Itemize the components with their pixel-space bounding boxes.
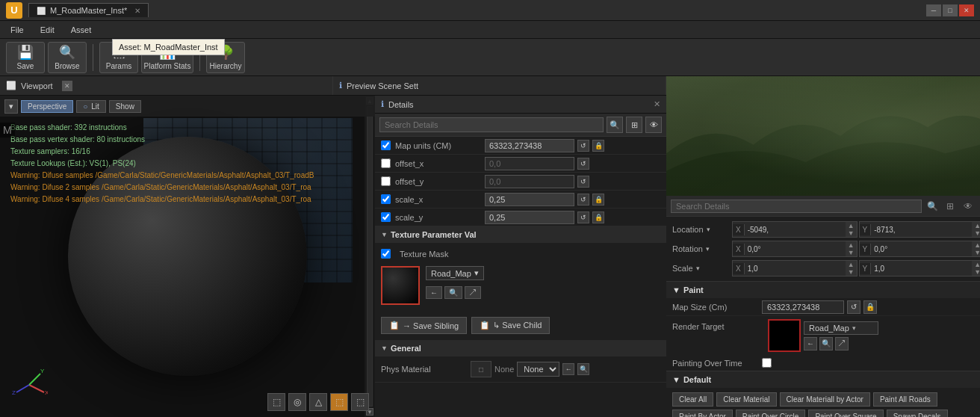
- sc-x-btn[interactable]: ▲▼: [846, 261, 857, 276]
- tab-close-btn[interactable]: ✕: [134, 7, 140, 15]
- paint-by-actor-btn[interactable]: Paint By Actor: [672, 410, 733, 417]
- show-btn[interactable]: Show: [109, 100, 141, 113]
- scale-x-lock-btn[interactable]: 🔒: [592, 194, 604, 206]
- offset-y-input[interactable]: [485, 175, 574, 188]
- rt-open-btn[interactable]: 🡕: [835, 337, 849, 350]
- save-button[interactable]: 💾 Save: [6, 42, 45, 73]
- details-close-btn[interactable]: ✕: [654, 99, 660, 109]
- vp-btn-4[interactable]: ⬚: [330, 393, 348, 411]
- loc-y-btn[interactable]: ▲▼: [972, 222, 980, 237]
- sc-y-btn[interactable]: ▲▼: [972, 261, 980, 276]
- clear-all-btn[interactable]: Clear All: [672, 392, 713, 407]
- phys-material-icon: □: [471, 361, 491, 377]
- browse-button[interactable]: 🔍 Browse: [48, 42, 87, 73]
- viewport-tab-close[interactable]: ✕: [62, 81, 72, 91]
- rt-find-btn[interactable]: 🔍: [819, 337, 833, 350]
- spawn-decals-btn[interactable]: Spawn Decals: [887, 410, 948, 417]
- general-section-header[interactable]: ▼ General: [375, 340, 666, 356]
- paint-map-size-lock-btn[interactable]: 🔒: [863, 300, 877, 314]
- warning-2: Warning: Difuse 2 samples /Game/Carla/St…: [10, 182, 314, 194]
- vp-btn-5[interactable]: ⬚: [351, 393, 369, 411]
- render-target-label: Render Target: [672, 319, 762, 331]
- offset-x-reset-btn[interactable]: ↺: [577, 158, 589, 170]
- vp-btn-2[interactable]: ◎: [288, 393, 306, 411]
- close-btn[interactable]: ✕: [959, 4, 974, 16]
- paint-section-header[interactable]: ▼ Paint: [666, 282, 980, 298]
- search-magnify-btn[interactable]: 🔍: [607, 117, 623, 133]
- map-units-reset-btn[interactable]: ↺: [577, 140, 589, 152]
- scale-y-lock-btn[interactable]: 🔒: [592, 211, 604, 223]
- offset-y-reset-btn[interactable]: ↺: [577, 176, 589, 188]
- offset-x-input[interactable]: [485, 157, 574, 170]
- scale-x-label: scale_x: [395, 195, 485, 204]
- ue-search-btn[interactable]: 🔍: [925, 199, 940, 214]
- scale-x-input[interactable]: [485, 193, 574, 206]
- ue-eye-btn[interactable]: 👁: [961, 199, 976, 214]
- paint-map-size-arr-btn[interactable]: ↺: [847, 300, 860, 314]
- phys-material-row: Phys Material □ None None ← 🔍: [375, 356, 666, 383]
- rot-y-btn[interactable]: ▲▼: [972, 241, 980, 256]
- texture-back-btn[interactable]: ←: [426, 286, 442, 299]
- maximize-btn[interactable]: □: [943, 4, 958, 16]
- viewport-scrollbar[interactable]: ▲ ▼: [365, 96, 375, 417]
- sc-y-input[interactable]: [871, 263, 972, 274]
- default-section-header[interactable]: ▼ Default: [666, 371, 980, 388]
- menu-file[interactable]: File: [3, 24, 31, 36]
- rt-back-btn[interactable]: ←: [804, 337, 817, 350]
- vp-btn-1[interactable]: ⬚: [267, 393, 285, 411]
- paint-over-square-btn[interactable]: Paint Over Square: [808, 410, 883, 417]
- ue-grid-btn[interactable]: ⊞: [943, 199, 958, 214]
- scale-y-reset-btn[interactable]: ↺: [577, 211, 589, 223]
- ue-search-input[interactable]: [671, 200, 922, 213]
- phys-material-back-btn[interactable]: ←: [562, 363, 574, 375]
- map-units-checkbox[interactable]: [381, 140, 391, 150]
- scale-y-checkbox[interactable]: [381, 212, 391, 222]
- rot-y-input[interactable]: [871, 244, 972, 255]
- save-sibling-btn[interactable]: 📋 → Save Sibling: [381, 317, 467, 334]
- sc-x-label: X: [733, 263, 745, 274]
- offset-x-row: offset_x ↺: [375, 155, 666, 173]
- rot-x-input[interactable]: [745, 244, 846, 255]
- rotation-row: Rotation ▾ X ▲▼ Y: [666, 239, 980, 259]
- details-search-input[interactable]: [379, 117, 604, 132]
- loc-x-btn[interactable]: ▲▼: [846, 222, 857, 237]
- perspective-dropdown[interactable]: ▾: [4, 99, 18, 114]
- texture-preview-controls: Road_Map ▾ ← 🔍 🡕: [426, 266, 484, 305]
- scale-x-reset-btn[interactable]: ↺: [577, 194, 589, 206]
- texture-section-header[interactable]: ▼ Texture Parameter Val: [375, 226, 666, 243]
- sc-x-input[interactable]: [745, 263, 846, 274]
- lit-btn[interactable]: ○ Lit: [76, 100, 106, 113]
- painting-over-time-checkbox[interactable]: [762, 358, 772, 368]
- main-tab[interactable]: ⬜ M_RoadMaster_Inst* ✕: [28, 3, 149, 17]
- svg-text:Z: Z: [12, 389, 16, 396]
- loc-y-input[interactable]: [871, 224, 972, 235]
- scale-x-checkbox[interactable]: [381, 194, 391, 204]
- texture-find-btn[interactable]: 🔍: [444, 286, 462, 299]
- minimize-btn[interactable]: ─: [926, 4, 941, 16]
- clear-material-by-actor-btn[interactable]: Clear Materiall by Actor: [780, 392, 870, 407]
- paint-map-size-input[interactable]: [762, 300, 844, 314]
- scale-y-input[interactable]: [485, 211, 574, 224]
- rot-x-btn[interactable]: ▲▼: [846, 241, 857, 256]
- details-grid-btn[interactable]: ⊞: [626, 117, 642, 133]
- texture-mask-checkbox[interactable]: [381, 249, 391, 259]
- details-eye-btn[interactable]: 👁: [645, 117, 662, 133]
- offset-x-checkbox[interactable]: [381, 158, 391, 168]
- vp-btn-3[interactable]: △: [309, 393, 327, 411]
- paint-over-circle-btn[interactable]: Paint Over Circle: [736, 410, 806, 417]
- save-child-btn[interactable]: 📋 ↳ Save Child: [471, 317, 550, 334]
- menu-asset[interactable]: Asset: [63, 24, 99, 36]
- menu-edit[interactable]: Edit: [33, 24, 62, 36]
- loc-x-input[interactable]: [745, 224, 846, 235]
- paint-all-roads-btn[interactable]: Paint All Roads: [873, 392, 937, 407]
- phys-material-dropdown[interactable]: None: [517, 362, 559, 377]
- map-units-lock-btn[interactable]: 🔒: [592, 140, 604, 152]
- offset-y-checkbox[interactable]: [381, 176, 391, 186]
- texture-open-btn[interactable]: 🡕: [465, 286, 481, 299]
- phys-material-find-btn[interactable]: 🔍: [577, 363, 589, 375]
- map-units-input[interactable]: [485, 139, 574, 152]
- preview-icon: ℹ: [339, 81, 342, 90]
- perspective-btn[interactable]: Perspective: [21, 100, 73, 113]
- clear-material-btn[interactable]: Clear Material: [716, 392, 776, 407]
- viewport-stats: Base pass shader: 392 instructions Base …: [10, 122, 314, 206]
